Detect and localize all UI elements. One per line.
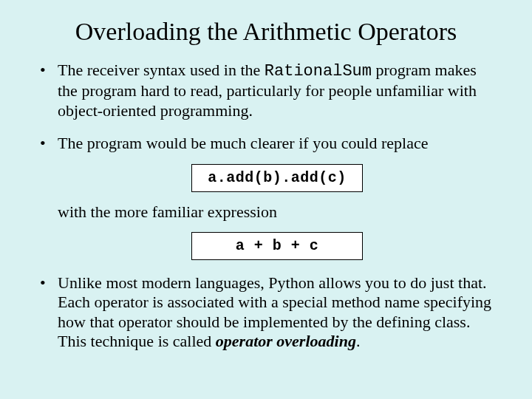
bullet-3: Unlike most modern languages, Python all… (35, 273, 497, 352)
bullet-1: The receiver syntax used in the Rational… (35, 61, 497, 120)
bullet-list: The receiver syntax used in the Rational… (35, 61, 497, 352)
slide-title: Overloading the Arithmetic Operators (35, 18, 497, 46)
bullet-2: The program would be much clearer if you… (35, 134, 497, 260)
code-box-2: a + b + c (191, 232, 363, 260)
bullet-3-em: operator overloading (216, 332, 356, 350)
code-box-1: a.add(b).add(c) (191, 164, 363, 192)
bullet-2-text: The program would be much clearer if you… (58, 134, 429, 152)
slide: Overloading the Arithmetic Operators The… (0, 0, 532, 399)
bullet-3-text-b: . (356, 332, 361, 350)
bullet-2-sub: with the more familiar expression (58, 202, 497, 222)
bullet-1-code: RationalSum (265, 62, 372, 81)
bullet-1-text-a: The receiver syntax used in the (58, 61, 265, 79)
